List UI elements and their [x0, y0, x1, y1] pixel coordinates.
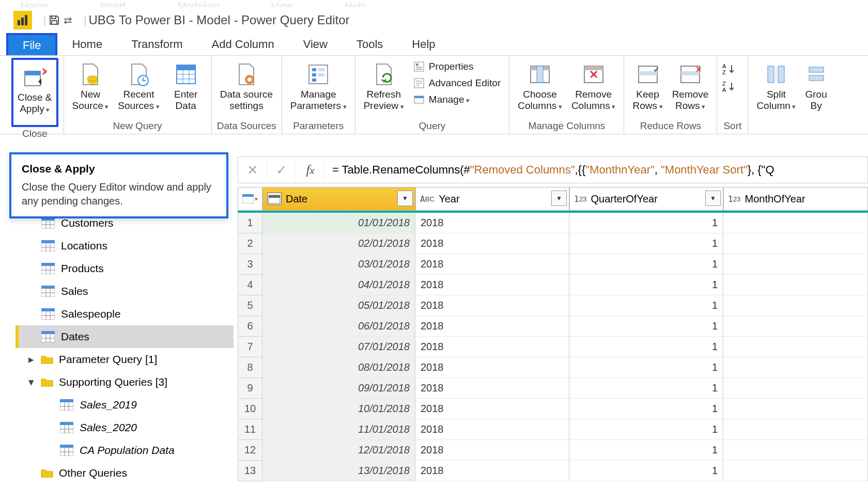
- save-icon[interactable]: [48, 14, 60, 26]
- column-header-quarter[interactable]: 123 QuarterOfYear ▼: [569, 187, 723, 211]
- query-item-salespeople[interactable]: Salespeople: [16, 303, 234, 325]
- remove-rows-button[interactable]: ✕ Remove Rows: [669, 58, 712, 114]
- column-filter-year[interactable]: ▼: [551, 191, 567, 206]
- query-item-sales[interactable]: Sales: [16, 280, 234, 303]
- tab-tools[interactable]: Tools: [342, 33, 397, 55]
- keep-rows-button[interactable]: ✓ Keep Rows: [629, 58, 665, 114]
- svg-rect-20: [312, 68, 316, 71]
- svg-text:✓: ✓: [653, 65, 658, 74]
- remove-rows-icon: ✕: [680, 60, 701, 89]
- svg-rect-28: [416, 69, 422, 70]
- formula-commit-button[interactable]: ✓: [267, 156, 296, 183]
- properties-button[interactable]: Properties: [410, 60, 504, 73]
- table-row[interactable]: 8 08/01/2018 2018 1: [238, 357, 868, 378]
- keep-rows-icon: ✓: [638, 60, 658, 89]
- table-row[interactable]: 1 01/01/2018 2018 1: [238, 213, 868, 233]
- column-filter-date[interactable]: ▼: [397, 191, 413, 206]
- svg-rect-24: [312, 78, 316, 82]
- manage-parameters-button[interactable]: Manage Parameters: [287, 58, 350, 114]
- refresh-preview-button[interactable]: Refresh Preview: [361, 58, 407, 114]
- query-item-locations[interactable]: Locations: [16, 234, 234, 257]
- advanced-editor-button[interactable]: Advanced Editor: [410, 76, 504, 90]
- title-bar: | ⇄ | UBG To Power BI - Model - Power Qu…: [0, 7, 868, 33]
- refresh-preview-icon: [373, 60, 395, 89]
- svg-rect-2: [25, 15, 27, 25]
- split-column-button[interactable]: Split Column: [753, 58, 799, 114]
- close-and-apply-button[interactable]: ✕ Close & Apply: [14, 61, 55, 117]
- text-type-icon: ABC: [420, 194, 435, 204]
- column-header-year[interactable]: ABC Year ▼: [415, 187, 569, 211]
- svg-rect-102: [242, 194, 254, 197]
- tab-transform[interactable]: Transform: [117, 33, 197, 55]
- query-folder[interactable]: Other Queries: [16, 462, 234, 484]
- svg-rect-26: [416, 64, 419, 66]
- query-item-dates[interactable]: Dates: [16, 325, 234, 348]
- tab-add-column[interactable]: Add Column: [197, 33, 289, 55]
- table-row[interactable]: 13 13/01/2018 2018 1: [238, 461, 868, 481]
- table-row[interactable]: 5 05/01/2018 2018 1: [238, 295, 868, 316]
- quick-access-dropdown[interactable]: ⇄: [64, 14, 72, 26]
- svg-rect-72: [41, 286, 55, 289]
- table-row[interactable]: 6 06/01/2018 2018 1: [238, 316, 868, 337]
- column-header-month[interactable]: 123 MonthOfYear: [723, 187, 868, 211]
- svg-rect-37: [537, 66, 543, 83]
- tab-file[interactable]: File: [6, 33, 57, 55]
- svg-point-9: [87, 76, 98, 81]
- window-title: UBG To Power BI - Model - Power Query Ed…: [88, 13, 349, 27]
- tab-help[interactable]: Help: [397, 33, 450, 55]
- table-row[interactable]: 9 09/01/2018 2018 1: [238, 378, 868, 399]
- svg-rect-22: [312, 73, 316, 76]
- svg-rect-21: [318, 68, 324, 71]
- table-row[interactable]: 11 11/01/2018 2018 1: [238, 419, 868, 440]
- manage-button[interactable]: Manage: [410, 93, 504, 106]
- svg-rect-82: [41, 331, 55, 334]
- tab-home[interactable]: Home: [57, 33, 117, 55]
- queries-panel: CustomersLocationsProductsSalesSalespeop…: [16, 212, 234, 484]
- formula-fx-button[interactable]: fx: [296, 156, 325, 183]
- close-apply-icon: ✕: [23, 63, 47, 92]
- data-source-settings-button[interactable]: Data source settings: [217, 58, 276, 114]
- table-row[interactable]: 2 02/01/2018 2018 1: [238, 233, 868, 254]
- svg-rect-55: [809, 75, 824, 81]
- query-folder[interactable]: ▸Parameter Query [1]: [16, 348, 234, 371]
- table-row[interactable]: 7 07/01/2018 2018 1: [238, 337, 868, 357]
- new-source-button[interactable]: New Source: [69, 58, 112, 114]
- new-source-icon: [79, 60, 102, 89]
- choose-columns-icon: [529, 60, 551, 89]
- query-item-ca population data[interactable]: CA Population Data: [16, 439, 234, 462]
- svg-rect-6: [25, 71, 40, 75]
- table-row[interactable]: 4 04/01/2018 2018 1: [238, 275, 868, 295]
- svg-text:Z: Z: [722, 81, 726, 87]
- table-icon-corner[interactable]: ▾: [238, 187, 262, 211]
- number-type-icon: 123: [574, 194, 586, 204]
- formula-cancel-button[interactable]: ✕: [238, 156, 267, 183]
- ribbon-tabs: File Home Transform Add Column View Tool…: [0, 33, 868, 56]
- choose-columns-button[interactable]: Choose Columns: [515, 58, 565, 114]
- remove-columns-button[interactable]: ✕ Remove Columns: [568, 58, 619, 114]
- column-filter-quarter[interactable]: ▼: [705, 191, 721, 206]
- formula-text[interactable]: = Table.RenameColumns(#"Removed Columns"…: [325, 163, 867, 177]
- svg-rect-0: [18, 20, 20, 25]
- query-item-products[interactable]: Products: [16, 257, 234, 280]
- recent-sources-button[interactable]: Recent Sources: [115, 58, 162, 114]
- query-item-sales_2020[interactable]: Sales_2020: [16, 416, 234, 439]
- column-header-date[interactable]: Date ▼: [262, 187, 415, 211]
- sort-ascending-button[interactable]: AZ: [722, 63, 737, 75]
- svg-rect-104: [269, 195, 280, 198]
- power-bi-icon: [13, 11, 32, 29]
- close-apply-tooltip: Close & Apply Close the Query Editor win…: [9, 152, 228, 218]
- svg-rect-1: [21, 18, 24, 25]
- svg-rect-52: [778, 66, 784, 83]
- tab-view[interactable]: View: [289, 33, 342, 55]
- query-folder[interactable]: ▾Supporting Queries [3]: [16, 371, 234, 393]
- table-row[interactable]: 10 10/01/2018 2018 1: [238, 399, 868, 419]
- table-row[interactable]: 12 12/01/2018 2018 1: [238, 440, 868, 461]
- enter-data-button[interactable]: Enter Data: [166, 58, 206, 114]
- table-row[interactable]: 3 03/01/2018 2018 1: [238, 254, 868, 275]
- sort-descending-button[interactable]: ZA: [722, 81, 737, 93]
- svg-text:A: A: [722, 63, 726, 69]
- query-item-sales_2019[interactable]: Sales_2019: [16, 393, 234, 416]
- enter-data-icon: [176, 60, 196, 89]
- group-by-button[interactable]: Grou By: [802, 58, 830, 114]
- split-column-icon: [765, 60, 787, 89]
